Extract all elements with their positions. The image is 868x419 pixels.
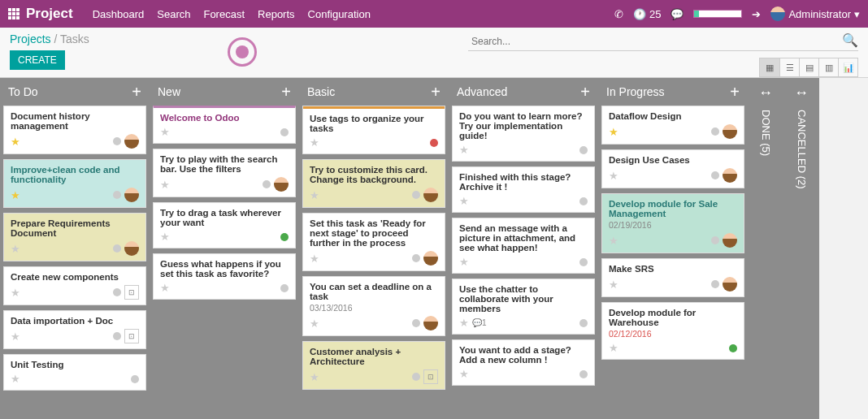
kanban-card[interactable]: Send an message with a picture in attach… (452, 218, 595, 274)
assignee-avatar[interactable] (423, 188, 438, 202)
stage-dot-icon[interactable] (412, 319, 420, 327)
stage-dot-icon[interactable] (430, 139, 438, 147)
assignee-avatar[interactable] (124, 134, 139, 149)
breadcrumb-root[interactable]: Projects (10, 32, 51, 45)
star-icon[interactable]: ★ (609, 170, 618, 182)
view-graph[interactable]: 📊 (838, 58, 857, 76)
star-icon[interactable]: ★ (459, 256, 469, 268)
stage-dot-icon[interactable] (113, 332, 121, 340)
add-card-button[interactable]: + (281, 83, 291, 102)
kanban-card[interactable]: Design Use Cases★ (601, 149, 744, 188)
stage-dot-icon[interactable] (711, 236, 719, 244)
star-icon[interactable]: ★ (11, 373, 20, 385)
stage-dot-icon[interactable] (412, 373, 420, 381)
add-card-button[interactable]: + (580, 83, 590, 102)
stage-dot-icon[interactable] (131, 375, 139, 383)
kanban-card[interactable]: You can set a deadline on a task03/13/20… (302, 276, 445, 336)
star-icon[interactable]: ★ (310, 189, 319, 201)
kanban-card[interactable]: Use tags to organize your tasks★ (302, 106, 445, 154)
login-icon[interactable]: ➔ (752, 8, 761, 20)
kanban-card[interactable]: Dataflow Design★ (601, 106, 744, 145)
stage-dot-icon[interactable] (113, 191, 121, 199)
assignee-avatar[interactable] (723, 168, 737, 183)
kanban-card[interactable]: Make SRS★ (601, 258, 744, 297)
star-icon[interactable]: ★ (609, 279, 618, 291)
apps-icon[interactable] (8, 8, 20, 19)
star-icon[interactable]: ★ (310, 253, 319, 265)
kanban-card[interactable]: Try to customize this card. Change its b… (302, 159, 445, 208)
clock-icon[interactable]: 🕐 25 (633, 8, 661, 20)
phone-icon[interactable]: ✆ (614, 8, 623, 20)
kanban-card[interactable]: Try to play with the search bar. Use the… (153, 149, 296, 197)
star-icon[interactable]: ★ (310, 136, 319, 149)
kanban-card[interactable]: Welcome to Odoo★ (153, 106, 296, 144)
star-icon[interactable]: ★ (609, 342, 618, 354)
star-icon[interactable]: ★ (160, 126, 170, 138)
nav-search[interactable]: Search (157, 8, 190, 20)
kanban-card[interactable]: Prepare Requirements Document★ (3, 213, 146, 261)
kanban-card[interactable]: Try to drag a task wherever your want★ (153, 202, 296, 248)
assignee-avatar[interactable] (723, 277, 737, 292)
view-calendar[interactable]: ▤ (799, 58, 818, 76)
kanban-card[interactable]: Guess what happens if you set this task … (153, 253, 296, 300)
star-icon[interactable]: ★ (310, 317, 319, 330)
collapsed-column[interactable]: ↔DONE (5) (748, 78, 783, 419)
star-icon[interactable]: ★ (11, 243, 20, 255)
assignee-placeholder-icon[interactable]: ⊡ (124, 285, 139, 300)
star-icon[interactable]: ★ (459, 144, 469, 156)
record-indicator-icon[interactable] (228, 37, 257, 67)
star-icon[interactable]: ★ (160, 282, 170, 294)
stage-dot-icon[interactable] (412, 191, 420, 199)
stage-dot-icon[interactable] (579, 370, 588, 378)
star-icon[interactable]: ★ (609, 235, 618, 247)
star-icon[interactable]: ★ (459, 368, 469, 380)
stage-dot-icon[interactable] (280, 233, 289, 241)
star-icon[interactable]: ★ (609, 126, 618, 138)
assignee-avatar[interactable] (723, 233, 737, 248)
user-menu[interactable]: Administrator ▾ (770, 6, 860, 21)
stage-dot-icon[interactable] (113, 244, 121, 253)
star-icon[interactable]: ★ (459, 317, 469, 329)
kanban-card[interactable]: Improve+clean code and functionality★ (3, 159, 146, 208)
kanban-card[interactable]: You want to add a stage? Add a new colum… (452, 339, 595, 386)
stage-dot-icon[interactable] (579, 319, 588, 327)
kanban-card[interactable]: Customer analysis + Architecture★⊡ (302, 341, 445, 390)
star-icon[interactable]: ★ (11, 189, 20, 201)
view-kanban[interactable]: ▦ (760, 58, 779, 76)
view-list[interactable]: ☰ (779, 58, 799, 76)
star-icon[interactable]: ★ (459, 195, 469, 207)
create-button[interactable]: CREATE (10, 50, 65, 70)
stage-dot-icon[interactable] (579, 197, 588, 205)
kanban-card[interactable]: Finished with this stage? Archive it !★ (452, 166, 595, 213)
nav-configuration[interactable]: Configuration (308, 8, 371, 20)
kanban-card[interactable]: Data importation + Doc★⊡ (3, 310, 146, 349)
assignee-avatar[interactable] (423, 316, 438, 330)
view-pivot[interactable]: ▥ (818, 58, 838, 76)
kanban-card[interactable]: Develop module for Warehouse02/12/2016★ (601, 302, 744, 360)
kanban-card[interactable]: Document history management★ (3, 106, 146, 154)
star-icon[interactable]: ★ (11, 330, 20, 343)
kanban-card[interactable]: Use the chatter to collaborate with your… (452, 279, 595, 335)
kanban-card[interactable]: Develop module for Sale Management02/19/… (601, 193, 744, 253)
nav-forecast[interactable]: Forecast (203, 8, 245, 20)
stage-dot-icon[interactable] (711, 171, 719, 179)
nav-dashboard[interactable]: Dashboard (93, 8, 145, 20)
stage-dot-icon[interactable] (280, 284, 289, 292)
star-icon[interactable]: ★ (160, 231, 170, 243)
stage-dot-icon[interactable] (579, 146, 588, 154)
kanban-card[interactable]: Set this task as 'Ready for next stage' … (302, 213, 445, 271)
stage-dot-icon[interactable] (711, 127, 719, 136)
add-card-button[interactable]: + (431, 83, 441, 102)
assignee-avatar[interactable] (723, 124, 737, 139)
stage-dot-icon[interactable] (113, 288, 121, 296)
stage-dot-icon[interactable] (579, 258, 588, 266)
stage-dot-icon[interactable] (711, 280, 719, 288)
kanban-card[interactable]: Create new components★⊡ (3, 266, 146, 305)
stage-dot-icon[interactable] (280, 128, 289, 136)
comments-icon[interactable]: 💬1 (472, 318, 487, 327)
assignee-placeholder-icon[interactable]: ⊡ (423, 369, 438, 384)
star-icon[interactable]: ★ (11, 136, 20, 148)
star-icon[interactable]: ★ (160, 179, 170, 191)
assignee-placeholder-icon[interactable]: ⊡ (124, 329, 139, 343)
assignee-avatar[interactable] (124, 188, 139, 202)
